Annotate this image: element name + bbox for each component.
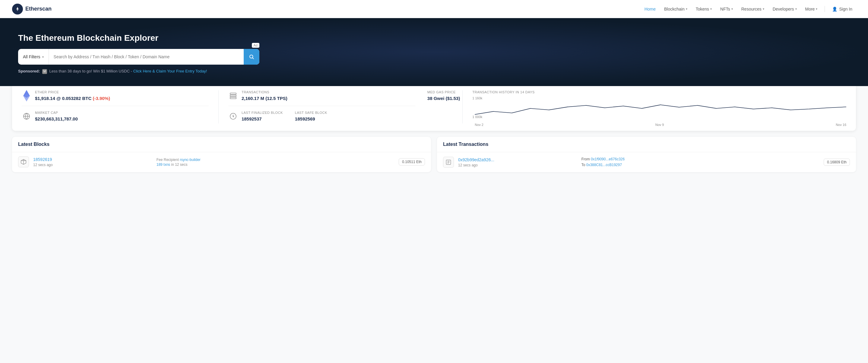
txn-age: 12 secs ago — [458, 163, 577, 167]
txn-to-link[interactable]: 0x388C81...ccB19297 — [586, 163, 622, 167]
txn-info: 0x92b99ed2a926... 12 secs ago — [458, 157, 577, 167]
nav-tokens[interactable]: Tokens ▾ — [692, 4, 715, 14]
transactions-value: 2,160.17 M (12.5 TPS) — [242, 96, 287, 101]
txns-link[interactable]: 189 txns — [157, 163, 170, 167]
chart-wrapper: 1 160k 1 000k Nov 2 Nov 9 Nov 16 — [472, 96, 846, 123]
navbar: Etherscan Home Blockchain ▾ Tokens ▾ NFT… — [0, 0, 868, 18]
transaction-chart — [475, 96, 846, 120]
med-gas-section: MED GAS PRICE 38 Gwei ($1.53) — [427, 90, 460, 123]
latest-transactions-panel: Latest Transactions 0x92b99ed2a926... 12… — [437, 137, 856, 172]
svg-rect-5 — [230, 97, 236, 99]
safe-block-value: 18592569 — [295, 116, 327, 121]
block-icon — [228, 111, 238, 121]
nav-home[interactable]: Home — [641, 4, 659, 14]
search-bar: All Filters ▾ — [18, 49, 259, 65]
finalized-block-value: 18592537 — [242, 116, 283, 121]
market-cap-label: MARKET CAP — [35, 111, 78, 114]
ether-price-label: ETHER PRICE — [35, 90, 110, 94]
txn-hash-link[interactable]: 0x92b99ed2a926... — [458, 157, 494, 162]
sponsored-text: Sponsored: M Less than 38 days to go! Wi… — [18, 69, 850, 74]
block-age: 12 secs ago — [33, 163, 152, 167]
logo[interactable]: Etherscan — [12, 4, 52, 15]
stat-divider-2 — [462, 90, 463, 123]
nav-links: Home Blockchain ▾ Tokens ▾ NFTs ▾ Resour… — [641, 4, 856, 14]
logo-text: Etherscan — [25, 6, 52, 12]
svg-rect-3 — [230, 93, 236, 94]
eth-icon — [22, 91, 31, 101]
globe-icon — [22, 111, 31, 121]
nav-developers[interactable]: Developers ▾ — [769, 4, 801, 14]
block-number-link[interactable]: 18592619 — [33, 157, 52, 162]
txn-value-badge: 0.16809 Eth — [824, 159, 850, 166]
txn-list-item: 0x92b99ed2a926... 12 secs ago From 0x1f9… — [437, 152, 856, 172]
search-filter-dropdown[interactable]: All Filters ▾ — [18, 49, 49, 65]
svg-point-7 — [233, 116, 234, 117]
stats-card: ETHER PRICE $1,918.14 @ 0.053282 BTC (-3… — [12, 83, 856, 131]
transactions-label: TRANSACTIONS — [242, 90, 287, 94]
chart-y-labels: 1 160k 1 000k — [472, 96, 482, 119]
nav-blockchain[interactable]: Blockchain ▾ — [660, 4, 691, 14]
svg-rect-4 — [230, 95, 236, 96]
txns-info: 189 txns in 12 secs — [157, 163, 395, 167]
med-gas-value: 38 Gwei ($1.53) — [427, 96, 460, 101]
ether-price-value: $1,918.14 @ 0.053282 BTC (-3.90%) — [35, 96, 110, 101]
stat-divider-1 — [218, 90, 219, 123]
chart-title: TRANSACTION HISTORY IN 14 DAYS — [472, 90, 846, 94]
fee-recipient-link[interactable]: rsync-builder — [180, 158, 200, 162]
block-fee-info: Fee Recipient rsync-builder 189 txns in … — [157, 157, 395, 167]
latest-blocks-panel: Latest Blocks 18592619 12 secs ago Fee R… — [12, 137, 431, 172]
txn-from-link[interactable]: 0x1f9090...e676c326 — [591, 157, 625, 161]
logo-icon — [12, 4, 23, 15]
latest-blocks-title: Latest Blocks — [12, 137, 431, 152]
hero-section: The Ethereum Blockchain Explorer All Fil… — [0, 18, 868, 86]
nav-more[interactable]: More ▾ — [802, 4, 821, 14]
fee-recipient-text: Fee Recipient rsync-builder — [157, 158, 395, 162]
sponsored-link[interactable]: Click Here & Claim Your Free Entry Today… — [133, 69, 207, 74]
transaction-chart-section: TRANSACTION HISTORY IN 14 DAYS 1 160k 1 … — [465, 90, 846, 123]
med-gas-label: MED GAS PRICE — [427, 90, 460, 94]
nav-nfts[interactable]: NFTs ▾ — [717, 4, 737, 14]
block-list-item: 18592619 12 secs ago Fee Recipient rsync… — [12, 152, 431, 171]
block-cube-icon — [18, 157, 29, 167]
nav-resources[interactable]: Resources ▾ — [738, 4, 768, 14]
txn-icon — [443, 157, 454, 168]
ad-badge: Ad — [252, 43, 259, 48]
search-icon — [249, 54, 254, 59]
stat-ether-price: ETHER PRICE $1,918.14 @ 0.053282 BTC (-3… — [22, 90, 216, 123]
market-cap-value: $230,663,311,787.00 — [35, 116, 78, 121]
price-change: (-3.90%) — [93, 96, 110, 101]
stat-transactions: TRANSACTIONS 2,160.17 M (12.5 TPS) LAST … — [221, 90, 423, 123]
hero-title: The Ethereum Blockchain Explorer — [18, 33, 850, 43]
block-reward-badge: 0.10511 Eth — [399, 158, 425, 166]
search-button[interactable] — [244, 49, 259, 65]
chart-x-labels: Nov 2 Nov 9 Nov 16 — [475, 123, 846, 127]
finalized-block-label: LAST FINALIZED BLOCK — [242, 111, 283, 114]
search-input[interactable] — [49, 54, 244, 59]
signin-button[interactable]: 👤 Sign In — [829, 4, 856, 14]
main-content: Latest Blocks 18592619 12 secs ago Fee R… — [12, 137, 856, 184]
nav-divider — [825, 6, 825, 12]
txn-from-to: From 0x1f9090...e676c326 To 0x388C81...c… — [582, 157, 820, 168]
block-info: 18592619 12 secs ago — [33, 157, 152, 167]
latest-transactions-title: Latest Transactions — [437, 137, 856, 152]
safe-block-label: LAST SAFE BLOCK — [295, 111, 327, 114]
transactions-icon — [228, 91, 238, 101]
